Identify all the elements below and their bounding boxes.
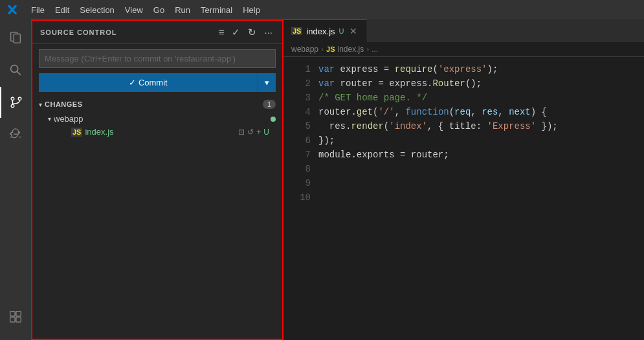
breadcrumb: webapp › JS index.js › ... [283,42,644,57]
file-open-icon[interactable]: ⊡ [238,128,245,137]
file-row-index-js[interactable]: JS index.js ⊡ ↺ + U [48,125,276,139]
folder-name-webapp: webapp [54,114,83,124]
svg-point-6 [11,104,14,108]
code-line-9: module.exports = router; [318,148,644,162]
svg-point-5 [18,97,21,100]
breadcrumb-sep1: › [321,45,324,54]
main-content: SOURCE CONTROL ≡ ✓ ↻ ··· ✓ Commit ▾ ▾ Ch… [0,19,644,340]
message-input-container [32,44,282,73]
line-num-2: 2 [289,76,311,91]
breadcrumb-js-icon-small: JS [326,45,335,53]
menu-run[interactable]: Run [175,5,190,15]
extensions-icon[interactable] [0,301,31,332]
editor-area: JS index.js U ✕ webapp › JS index.js › .… [283,19,644,340]
commit-row: ✓ Commit ▾ [32,73,282,97]
file-status-badge: U [263,128,269,137]
line-num-7: 7 [289,148,311,162]
changes-label: Changes [45,100,263,108]
source-control-icon[interactable] [0,87,31,118]
file-actions: ⊡ ↺ + U [238,128,269,137]
code-content[interactable]: var express = require('express'); var ro… [316,62,644,335]
tab-close-button[interactable]: ✕ [348,26,359,36]
line-num-1: 1 [289,62,311,76]
panel-refresh-icon[interactable]: ↻ [246,25,258,40]
menu-help[interactable]: Help [243,5,260,15]
code-line-6: res.render('index', { title: 'Express' }… [318,119,644,133]
svg-rect-10 [10,312,15,316]
vscode-logo-icon [6,4,18,16]
title-bar: File Edit Selection View Go Run Terminal… [0,0,644,19]
tab-index-js[interactable]: JS index.js U ✕ [283,19,367,42]
commit-dropdown-button[interactable]: ▾ [258,73,276,92]
folder-chevron-icon: ▾ [48,115,51,122]
line-num-3: 3 [289,91,311,105]
code-line-5: router.get('/', function(req, res, next)… [318,105,644,119]
panel-more-icon[interactable]: ··· [262,25,274,40]
menu-go[interactable]: Go [153,5,164,15]
line-num-5: 5 [289,119,311,133]
activity-bar [0,19,31,340]
code-editor: 1 2 3 4 5 6 7 8 9 10 var express = requi… [283,57,644,340]
breadcrumb-filename: index.js [338,45,364,54]
menu-view[interactable]: View [125,5,143,15]
code-line-2: var router = express.Router(); [318,76,644,91]
tab-js-icon: JS [291,27,302,35]
commit-button[interactable]: ✓ Commit [39,73,258,92]
code-line-4: /* GET home page. */ [318,91,644,105]
changes-count-badge: 1 [263,100,276,109]
line-num-8: 8 [289,162,311,176]
js-file-icon: JS [71,128,82,137]
code-line-1: var express = require('express'); [318,62,644,76]
tab-bar: JS index.js U ✕ [283,19,644,42]
svg-point-4 [11,97,14,100]
changes-chevron-icon: ▾ [39,101,42,108]
svg-rect-13 [16,317,21,322]
tab-filename: index.js [306,27,335,36]
panel-header: SOURCE CONTROL ≡ ✓ ↻ ··· [32,21,282,44]
file-discard-icon[interactable]: ↺ [247,128,254,137]
line-num-9: 9 [289,176,311,190]
svg-line-3 [17,72,21,75]
menu-file[interactable]: File [31,5,45,15]
file-name-index-js: index.js [85,127,113,137]
code-line-7: }); [318,133,644,148]
file-stage-icon[interactable]: + [256,128,261,137]
panel-title: SOURCE CONTROL [40,28,217,36]
panel-header-icons: ≡ ✓ ↻ ··· [217,25,274,40]
breadcrumb-sep2: › [366,45,369,54]
line-num-6: 6 [289,133,311,148]
panel-checkmark-icon[interactable]: ✓ [230,25,242,40]
changes-header[interactable]: ▾ Changes 1 [32,97,282,111]
source-control-panel: SOURCE CONTROL ≡ ✓ ↻ ··· ✓ Commit ▾ ▾ Ch… [31,19,283,340]
menu-terminal[interactable]: Terminal [201,5,232,15]
breadcrumb-webapp: webapp [291,45,318,54]
tab-modified-indicator: U [339,27,344,35]
svg-rect-11 [16,312,21,316]
line-num-4: 4 [289,105,311,119]
panel-menu-icon[interactable]: ≡ [217,25,227,40]
commit-message-input[interactable] [39,49,276,68]
menu-edit[interactable]: Edit [55,5,69,15]
line-numbers: 1 2 3 4 5 6 7 8 9 10 [283,62,316,335]
folder-row-webapp[interactable]: ▾ webapp [48,113,276,125]
breadcrumb-dots: ... [372,45,378,54]
svg-rect-12 [10,317,15,322]
menu-selection[interactable]: Selection [80,5,114,15]
line-num-10: 10 [289,190,311,205]
svg-rect-1 [14,34,20,43]
folder-modified-dot [271,117,276,122]
debug-icon[interactable] [0,119,31,150]
folder-group-webapp: ▾ webapp JS index.js ⊡ ↺ + U [32,111,282,140]
changes-section: ▾ Changes 1 ▾ webapp JS index.js ⊡ ↺ + [32,97,282,339]
explorer-icon[interactable] [0,22,31,53]
search-icon[interactable] [0,54,31,85]
